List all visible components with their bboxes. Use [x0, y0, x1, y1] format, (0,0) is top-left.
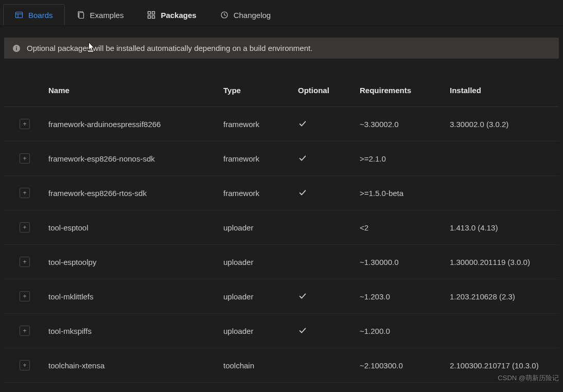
table-row: +toolchain-xtensatoolchain~2.100300.02.1… — [4, 348, 559, 383]
expand-button[interactable]: + — [20, 153, 30, 164]
expand-button[interactable]: + — [20, 188, 30, 198]
expand-button[interactable]: + — [20, 257, 30, 267]
cell-requirements: <2 — [357, 221, 447, 234]
table-row: +framework-esp8266-nonos-sdkframework>=2… — [4, 141, 559, 176]
tab-changelog[interactable]: Changelog — [208, 4, 283, 26]
header-requirements[interactable]: Requirements — [357, 84, 447, 97]
cell-name: tool-esptool — [45, 221, 220, 234]
check-icon — [298, 291, 307, 300]
table-row: +tool-esptoolpyuploader~1.30000.01.30000… — [4, 245, 559, 279]
check-icon — [298, 119, 307, 128]
header-name[interactable]: Name — [45, 84, 220, 97]
cell-type: framework — [220, 152, 295, 165]
svg-rect-6 — [152, 12, 155, 14]
table-row: +tool-esptooluploader<21.413.0 (4.13) — [4, 210, 559, 245]
cell-optional — [295, 117, 357, 132]
svg-rect-5 — [148, 12, 151, 14]
packages-icon — [147, 11, 155, 19]
header-installed[interactable]: Installed — [447, 84, 559, 97]
cell-requirements: >=2.1.0 — [357, 152, 447, 165]
cell-type: framework — [220, 187, 295, 200]
cell-type: uploader — [220, 221, 295, 234]
cell-name: framework-esp8266-nonos-sdk — [45, 152, 220, 165]
cell-installed: 3.30002.0 (3.0.2) — [447, 118, 559, 131]
tab-changelog-label: Changelog — [234, 11, 271, 19]
cell-requirements: ~1.203.0 — [357, 290, 447, 303]
watermark: CSDN @萌新历险记 — [498, 373, 559, 383]
cell-name: toolchain-xtensa — [45, 359, 220, 372]
cell-type: framework — [220, 118, 295, 131]
cell-name: tool-mklittlefs — [45, 290, 220, 303]
cell-requirements: ~3.30002.0 — [357, 118, 447, 131]
table-row: +tool-mklittlefsuploader~1.203.01.203.21… — [4, 279, 559, 314]
check-icon — [298, 326, 307, 335]
table-row: +tool-mkspiffsuploader~1.200.0 — [4, 314, 559, 348]
cell-optional — [295, 151, 357, 166]
svg-rect-7 — [148, 16, 151, 19]
examples-icon — [77, 11, 85, 19]
boards-icon — [15, 11, 23, 19]
expand-button[interactable]: + — [20, 360, 30, 370]
tab-examples[interactable]: Examples — [65, 4, 136, 26]
info-bar: Optional packages will be installed auto… — [4, 38, 559, 59]
expand-button[interactable]: + — [20, 291, 30, 301]
packages-table: Name Type Optional Requirements Installe… — [4, 74, 559, 383]
tabs-bar: Boards Examples Packages C — [0, 0, 563, 26]
tab-boards[interactable]: Boards — [3, 4, 65, 26]
cell-installed: 1.203.210628 (2.3) — [447, 290, 559, 303]
tab-packages[interactable]: Packages — [135, 4, 208, 26]
cell-requirements: ~2.100300.0 — [357, 359, 447, 372]
cell-optional — [295, 186, 357, 201]
cell-requirements: ~1.30000.0 — [357, 256, 447, 269]
cell-installed: 1.30000.201119 (3.0.0) — [447, 256, 559, 269]
header-type[interactable]: Type — [220, 84, 295, 97]
tab-examples-label: Examples — [90, 11, 124, 19]
svg-rect-4 — [79, 13, 83, 19]
svg-rect-0 — [16, 12, 23, 18]
check-icon — [298, 188, 307, 197]
expand-button[interactable]: + — [20, 119, 30, 129]
cell-name: tool-mkspiffs — [45, 325, 220, 337]
check-icon — [298, 153, 307, 163]
cell-optional — [295, 260, 357, 264]
svg-rect-12 — [16, 46, 17, 47]
tab-boards-label: Boards — [28, 11, 53, 19]
cell-installed — [447, 156, 559, 161]
cell-type: uploader — [220, 256, 295, 269]
table-header-row: Name Type Optional Requirements Installe… — [4, 74, 559, 107]
tab-packages-label: Packages — [161, 11, 196, 19]
cell-optional — [295, 289, 357, 304]
changelog-icon — [220, 11, 228, 19]
expand-button[interactable]: + — [20, 222, 30, 233]
cell-name: tool-esptoolpy — [45, 256, 220, 269]
svg-rect-11 — [16, 47, 17, 50]
cell-type: uploader — [220, 325, 295, 337]
expand-button[interactable]: + — [20, 326, 30, 336]
table-row: +framework-esp8266-rtos-sdkframework>=1.… — [4, 176, 559, 210]
header-optional[interactable]: Optional — [295, 84, 357, 97]
cell-requirements: >=1.5.0-beta — [357, 187, 447, 200]
cell-requirements: ~1.200.0 — [357, 325, 447, 337]
cell-type: uploader — [220, 290, 295, 303]
cell-name: framework-arduinoespressif8266 — [45, 118, 220, 131]
cell-optional — [295, 324, 357, 338]
cell-installed: 2.100300.210717 (10.3.0) — [447, 359, 559, 372]
table-row: +framework-arduinoespressif8266framework… — [4, 107, 559, 141]
cell-installed — [447, 191, 559, 195]
cell-optional — [295, 225, 357, 229]
cell-type: toolchain — [220, 359, 295, 372]
cell-optional — [295, 363, 357, 367]
info-message: Optional packages will be installed auto… — [27, 44, 312, 52]
cell-installed: 1.413.0 (4.13) — [447, 221, 559, 234]
cell-installed — [447, 329, 559, 333]
cell-name: framework-esp8266-rtos-sdk — [45, 187, 220, 200]
svg-rect-8 — [152, 16, 155, 19]
info-icon — [12, 44, 21, 52]
